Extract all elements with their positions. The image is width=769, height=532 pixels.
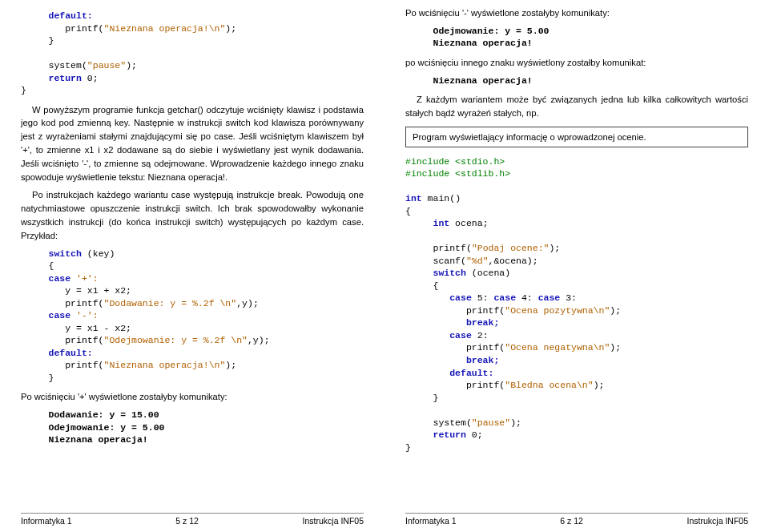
code-keyword: default: bbox=[21, 348, 93, 358]
code-string: "pause" bbox=[87, 60, 126, 71]
code-line: system( bbox=[405, 417, 472, 428]
code-line: ); bbox=[126, 60, 137, 71]
code-directive: #include <stdio.h> bbox=[405, 156, 505, 167]
code-line: ); bbox=[610, 342, 621, 353]
code-line: ); bbox=[225, 360, 236, 370]
code-line: ,&ocena); bbox=[489, 256, 538, 266]
code-keyword: int bbox=[405, 218, 449, 228]
code-string: "Nieznana operacja!\n" bbox=[104, 360, 226, 370]
code-line: printf( bbox=[405, 342, 505, 353]
code-line: 5: bbox=[472, 292, 494, 303]
code-line: } bbox=[21, 85, 26, 95]
code-line: } bbox=[405, 442, 411, 453]
info-box-text: Program wyświetlający informację o wprow… bbox=[413, 132, 646, 142]
code-line: y = x1 + x2; bbox=[21, 285, 131, 296]
code-line: printf( bbox=[21, 360, 104, 370]
page-footer: Informatyka 1 5 z 12 Instrukcja INF05 bbox=[21, 513, 364, 526]
code-block-switch: switch (key) { case '+': y = x1 + x2; pr… bbox=[21, 248, 364, 385]
output-label: Po wciśnięciu '-' wyświetlone zostałyby … bbox=[405, 6, 748, 20]
code-line: (key) bbox=[82, 248, 115, 259]
output-text: Odejmowanie: y = 5.00 Nieznana operacja! bbox=[405, 26, 549, 49]
code-keyword: int bbox=[405, 193, 422, 204]
code-keyword: default: bbox=[405, 368, 493, 378]
footer-center: 6 z 12 bbox=[560, 516, 583, 526]
page-left: default: printf("Nieznana operacja!\n");… bbox=[0, 0, 384, 532]
output-label: po wciśnięciu innego znaku wyświetlony z… bbox=[405, 56, 748, 70]
code-string: "pause" bbox=[472, 417, 510, 428]
code-line: scanf( bbox=[405, 256, 466, 266]
code-keyword: case bbox=[21, 310, 70, 320]
output-text: Dodawanie: y = 15.00 Odejmowanie: y = 5.… bbox=[21, 409, 164, 445]
footer-center: 5 z 12 bbox=[175, 516, 199, 526]
code-keyword: return bbox=[21, 73, 82, 83]
code-string: "Dodawanie: y = %.2f \n" bbox=[104, 298, 237, 308]
footer-right: Instrukcja INF05 bbox=[303, 516, 364, 526]
code-line: ,y); bbox=[248, 335, 270, 345]
output-text: Nieznana operacja! bbox=[405, 75, 533, 86]
code-directive: #include <stdlib.h> bbox=[405, 168, 510, 179]
code-line: printf( bbox=[405, 305, 505, 316]
code-line: printf( bbox=[405, 243, 472, 253]
code-line: ,y); bbox=[236, 298, 259, 308]
code-keyword: break; bbox=[405, 317, 499, 328]
paragraph: Z każdym wariantem może być związanych j… bbox=[405, 93, 748, 120]
info-box: Program wyświetlający informację o wprow… bbox=[405, 127, 748, 147]
paragraph: Po instrukcjach każdego wariantu case wy… bbox=[21, 188, 364, 242]
output-block: Dodawanie: y = 15.00 Odejmowanie: y = 5.… bbox=[21, 409, 364, 446]
code-line: { bbox=[405, 206, 411, 216]
code-line: main() bbox=[422, 193, 461, 204]
code-keyword: case bbox=[405, 330, 472, 341]
code-line: { bbox=[405, 280, 438, 291]
code-line: (ocena) bbox=[466, 268, 510, 278]
code-line: printf( bbox=[405, 380, 505, 390]
code-line: } bbox=[21, 35, 54, 46]
code-string: "%d" bbox=[466, 256, 489, 266]
code-line: system( bbox=[21, 60, 87, 71]
code-line: 4: bbox=[516, 292, 538, 303]
code-line: { bbox=[21, 260, 54, 271]
code-string: "Odejmowanie: y = %.2f \n" bbox=[104, 335, 248, 345]
code-keyword: case bbox=[538, 292, 561, 303]
code-string: "Nieznana operacja!\n" bbox=[104, 23, 226, 34]
code-line: printf( bbox=[21, 298, 104, 308]
code-string: "Bledna ocena\n" bbox=[505, 380, 593, 390]
code-line: } bbox=[405, 393, 438, 403]
code-line: ); bbox=[225, 23, 236, 34]
code-keyword: case bbox=[405, 292, 472, 303]
page-spread: default: printf("Nieznana operacja!\n");… bbox=[0, 0, 769, 532]
code-line: printf( bbox=[21, 335, 104, 345]
code-string: '-': bbox=[70, 310, 99, 320]
code-keyword: case bbox=[21, 273, 70, 284]
code-block-program: #include <stdio.h> #include <stdlib.h> i… bbox=[405, 155, 748, 453]
code-line: 2: bbox=[472, 330, 489, 341]
code-block-top: default: printf("Nieznana operacja!\n");… bbox=[21, 10, 364, 97]
code-line: 0; bbox=[82, 73, 99, 83]
code-string: '+': bbox=[70, 273, 99, 284]
output-label: Po wciśnięciu '+' wyświetlone zostałyby … bbox=[21, 390, 364, 404]
code-line: default: bbox=[21, 10, 93, 21]
output-block: Nieznana operacja! bbox=[405, 75, 748, 87]
page-right: Po wciśnięciu '-' wyświetlone zostałyby … bbox=[384, 0, 769, 532]
code-keyword: break; bbox=[405, 355, 499, 365]
footer-left: Informatyka 1 bbox=[21, 516, 72, 526]
code-string: "Ocena negatywna\n" bbox=[505, 342, 610, 353]
code-line: ); bbox=[549, 243, 560, 253]
code-line: ); bbox=[610, 305, 621, 316]
code-keyword: switch bbox=[405, 268, 466, 278]
footer-left: Informatyka 1 bbox=[405, 516, 457, 526]
code-line: y = x1 - x2; bbox=[21, 323, 131, 333]
output-block: Odejmowanie: y = 5.00 Nieznana operacja! bbox=[405, 25, 748, 50]
paragraph: W powyższym programie funkcja getchar() … bbox=[21, 103, 364, 184]
code-line: printf( bbox=[21, 23, 104, 34]
code-keyword: switch bbox=[21, 248, 82, 259]
code-string: "Podaj ocene:" bbox=[472, 243, 550, 253]
code-line: } bbox=[21, 373, 54, 383]
code-string: "Ocena pozytywna\n" bbox=[505, 305, 610, 316]
page-footer: Informatyka 1 6 z 12 Instrukcja INF05 bbox=[405, 513, 748, 526]
code-line: 0; bbox=[466, 429, 483, 440]
code-line: ocena; bbox=[449, 218, 488, 228]
code-line: ); bbox=[594, 380, 605, 390]
code-keyword: return bbox=[405, 429, 466, 440]
code-line: ); bbox=[510, 417, 521, 428]
code-line: 3: bbox=[560, 292, 577, 303]
